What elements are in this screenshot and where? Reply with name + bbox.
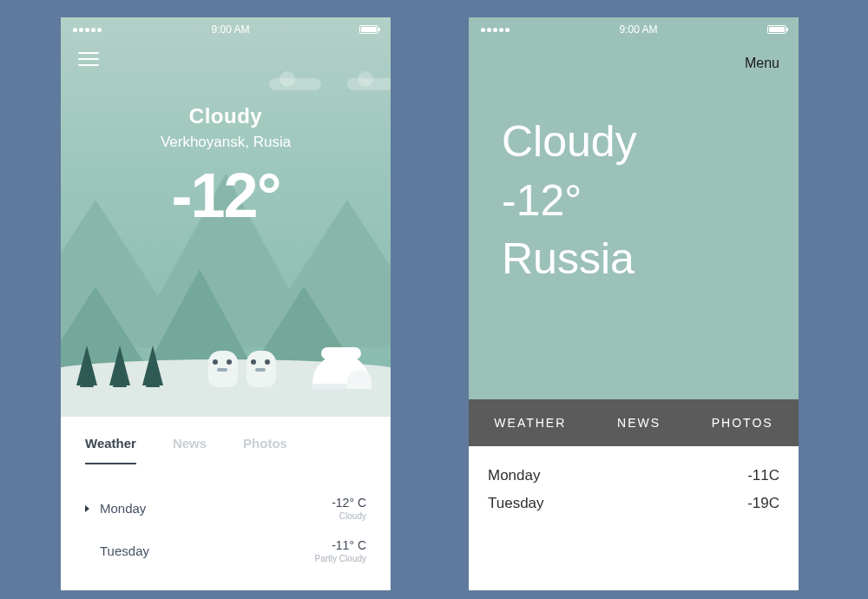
forecast-row[interactable]: Tuesday -11° CPartly Cloudy xyxy=(85,530,366,572)
battery-icon xyxy=(767,25,786,34)
condition-label: Cloudy xyxy=(502,113,799,172)
menu-button[interactable]: Menu xyxy=(745,56,779,71)
day-temp: -11° C xyxy=(315,538,366,552)
location-label: Russia xyxy=(502,230,799,289)
phone-left: 9:00 AM Cloudy Verkhoyansk, Rusia -12° xyxy=(61,17,391,590)
phone-right: 9:00 AM Menu Cloudy -12° Russia WEATHER … xyxy=(469,17,799,590)
day-condition: Partly Cloudy xyxy=(315,554,366,563)
signal-dots-icon xyxy=(481,28,510,32)
forecast-row[interactable]: Monday -11C xyxy=(488,462,779,490)
tab-photos[interactable]: PHOTOS xyxy=(712,416,773,430)
tab-bar: WEATHER NEWS PHOTOS xyxy=(469,399,799,446)
forecast-row[interactable]: Tuesday -19C xyxy=(488,490,779,517)
forecast-list: Monday -11C Tuesday -19C xyxy=(469,446,799,517)
day-name: Monday xyxy=(488,467,540,484)
status-bar: 9:00 AM xyxy=(469,17,799,42)
day-temp: -19C xyxy=(747,495,779,512)
location-label: Verkhoyansk, Rusia xyxy=(61,134,391,151)
day-name: Monday xyxy=(100,501,146,516)
tab-photos[interactable]: Photos xyxy=(243,436,287,464)
day-name: Tuesday xyxy=(488,495,544,512)
tab-weather[interactable]: Weather xyxy=(85,436,136,464)
tree-icon xyxy=(76,346,163,385)
forecast-list: Monday -12° CCloudy Tuesday -11° CPartly… xyxy=(85,487,366,572)
yeti-icon xyxy=(208,351,276,387)
forecast-row[interactable]: Monday -12° CCloudy xyxy=(85,487,366,530)
temperature-display: -12° xyxy=(61,160,391,231)
temperature-display: -12° xyxy=(502,172,799,231)
day-condition: Cloudy xyxy=(332,511,366,521)
tab-bar: Weather News Photos xyxy=(85,436,366,464)
hero-area: 9:00 AM Cloudy Verkhoyansk, Rusia -12° xyxy=(61,17,391,417)
day-temp: -12° C xyxy=(332,496,366,510)
bottom-panel: Weather News Photos Monday -12° CCloudy … xyxy=(61,417,391,572)
day-temp: -11C xyxy=(747,467,779,484)
day-name: Tuesday xyxy=(100,543,149,558)
tab-weather[interactable]: WEATHER xyxy=(494,416,566,430)
hero-area: 9:00 AM Menu Cloudy -12° Russia xyxy=(469,17,799,399)
current-day-marker-icon xyxy=(85,505,89,512)
tab-news[interactable]: News xyxy=(173,436,207,464)
status-time: 9:00 AM xyxy=(619,23,657,36)
condition-label: Cloudy xyxy=(61,104,391,128)
tab-news[interactable]: NEWS xyxy=(617,416,661,430)
